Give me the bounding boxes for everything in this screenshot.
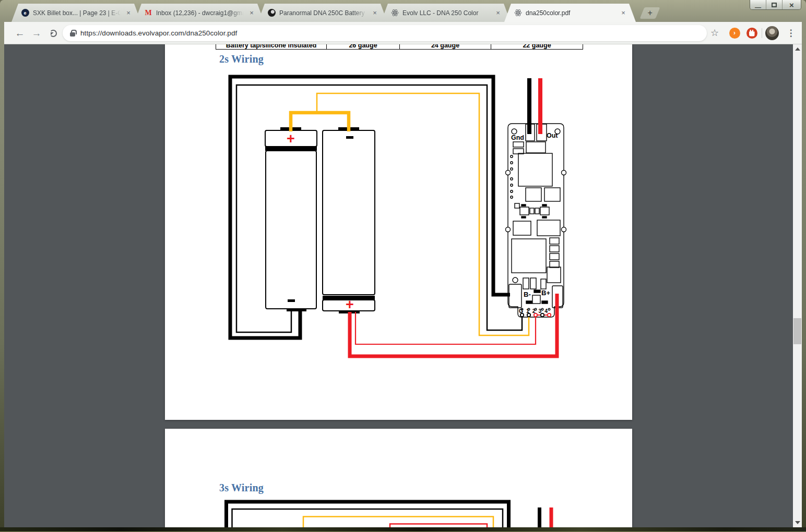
- b-minus-label: B-: [524, 291, 531, 298]
- tab-paranormal-dna250c[interactable]: Paranormal DNA 250C Battery Iss ×: [258, 4, 387, 22]
- pdf-viewer[interactable]: Battery tap/silicone insulated 26 gauge …: [4, 44, 802, 527]
- toolbar-divider: [762, 28, 762, 38]
- paranormal-icon: [267, 9, 276, 17]
- extension-stop-hand-icon[interactable]: [745, 26, 758, 40]
- battery-right: +: [323, 127, 375, 313]
- 3s-yellow-tap-wire: [303, 517, 493, 528]
- scrollbar-thumb[interactable]: [793, 318, 801, 344]
- pdf-page-1: Battery tap/silicone insulated 26 gauge …: [165, 44, 632, 420]
- extension-orange-icon[interactable]: ›: [728, 26, 741, 40]
- vertical-scrollbar[interactable]: [793, 44, 802, 527]
- browser-toolbar: ← → https://downloads.evolvapor.com/dna2…: [4, 22, 802, 44]
- tab-close-icon[interactable]: ×: [494, 9, 502, 17]
- tab-title: dna250color.pdf: [526, 9, 615, 17]
- url-text: https://downloads.evolvapor.com/dna250co…: [80, 29, 237, 37]
- back-button[interactable]: ←: [13, 26, 27, 41]
- scroll-down-arrow[interactable]: [793, 518, 802, 527]
- forward-button[interactable]: →: [29, 26, 44, 41]
- lock-icon[interactable]: [70, 32, 75, 37]
- battery-right-plus-mark: +: [346, 297, 354, 312]
- gmail-icon: M: [144, 9, 152, 17]
- tab-title: SXK Billet box... | Page 23 | E-Ciga: [33, 9, 121, 17]
- new-tab-button[interactable]: +: [640, 7, 660, 19]
- browser-window-frame: — × e SXK Billet box... | Page 23 | E-Ci…: [0, 0, 806, 527]
- tab-gmail-inbox[interactable]: M Inbox (12,236) - dwcraig1@gmai ×: [135, 4, 264, 22]
- profile-avatar[interactable]: [765, 26, 779, 40]
- reload-icon: [50, 30, 57, 37]
- battery-left-minus-mark: [288, 299, 295, 302]
- address-bar[interactable]: https://downloads.evolvapor.com/dna250co…: [63, 25, 707, 41]
- battery-right-minus-mark: [346, 136, 353, 139]
- tab-title: Evolv LLC - DNA 250 Color: [402, 9, 490, 17]
- 2s-wiring-diagram: + +: [165, 44, 632, 420]
- tab-close-icon[interactable]: ×: [247, 9, 256, 17]
- reload-button[interactable]: [46, 26, 61, 41]
- scroll-up-arrow[interactable]: [793, 44, 802, 53]
- evolv-atom-icon: [514, 9, 522, 17]
- out-label: Out: [547, 132, 558, 139]
- tab-close-icon[interactable]: ×: [619, 9, 627, 17]
- pdf-page-2: 3s Wiring: [165, 429, 632, 527]
- browser-menu-icon[interactable]: ⋮: [784, 26, 798, 40]
- dna250-board: Gnd Out B- B+ G 1 2 3 4: [506, 124, 566, 317]
- tab-title: Paranormal DNA 250C Battery Iss: [279, 9, 367, 17]
- b-plus-label: B+: [541, 289, 550, 297]
- evolv-atom-icon: [390, 9, 399, 17]
- battery-left-plus-mark: +: [287, 131, 295, 147]
- tab-close-icon[interactable]: ×: [371, 9, 379, 17]
- balance-tap2-wire-thin-red: [355, 312, 536, 344]
- tab-title: Inbox (12,236) - dwcraig1@gmai: [156, 9, 244, 17]
- tab-evolv-llc[interactable]: Evolv LLC - DNA 250 Color ×: [381, 4, 511, 22]
- tab-close-icon[interactable]: ×: [124, 9, 133, 17]
- balance-tap-labels: G 1 2 3 4: [519, 308, 549, 314]
- tab-strip: e SXK Billet box... | Page 23 | E-Ciga ×…: [4, 4, 802, 22]
- plus-icon: +: [642, 7, 658, 18]
- battery-left: +: [265, 127, 317, 311]
- tab-sxk-billet-box[interactable]: e SXK Billet box... | Page 23 | E-Ciga ×: [11, 4, 141, 22]
- ecig-forum-icon: e: [21, 9, 29, 17]
- 3s-wiring-diagram-top: [165, 429, 632, 527]
- gnd-label: Gnd: [511, 134, 524, 141]
- bookmark-star-icon[interactable]: ☆: [708, 26, 721, 40]
- desktop-wallpaper-strip: [0, 527, 806, 532]
- tab-dna250color-pdf-active[interactable]: dna250color.pdf ×: [504, 4, 636, 22]
